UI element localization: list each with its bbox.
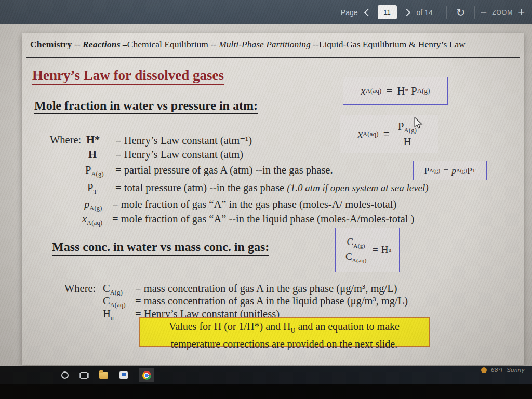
- definition-h-star: = Henry’s Law constant (atm⁻¹): [115, 134, 252, 147]
- definition-c-a-g: = mass concentration of gas A in the gas…: [135, 283, 397, 295]
- highlight-note: Values for H (or 1/H*) and HU and an equ…: [139, 317, 430, 347]
- pdf-page: Chemistry -- Reactions –Chemical Equilib…: [22, 33, 524, 365]
- symbol-small-p-a-g: pA(g): [84, 198, 102, 212]
- toolbar-divider: [446, 6, 447, 19]
- symbol-c-a-g: CA(g): [103, 283, 123, 297]
- mouse-cursor: [414, 117, 423, 129]
- zoom-label: ZOOM: [492, 9, 513, 16]
- definition-p-t: = total pressure (atm) --in the gas phas…: [115, 182, 429, 194]
- weather-text: 68°F Sunny: [491, 367, 525, 373]
- page-number-input[interactable]: [378, 5, 397, 19]
- slide-title: Henry’s Law for dissolved gases: [32, 68, 224, 85]
- monitor-bezel: [0, 384, 532, 399]
- equation-partial-pressure: PA(g) = pA(g) PT: [413, 161, 487, 180]
- equation-mass-conc-ratio: CA(g) CA(aq) = Hu: [335, 228, 400, 272]
- symbol-h-u: Hu: [103, 308, 114, 322]
- symbol-x-a-aq: xA(aq): [82, 213, 102, 227]
- where-label-2: Where:: [64, 283, 96, 295]
- definition-c-a-aq: = mass concentration of gas A in the liq…: [135, 295, 408, 307]
- page-count-label: of 14: [417, 8, 433, 17]
- toolbar-divider: [474, 6, 475, 19]
- header-double-rule: [26, 57, 520, 59]
- symbol-h-star: H*: [86, 134, 100, 146]
- symbol-c-a-aq: CA(aq): [103, 295, 126, 309]
- symbol-p-a-g: PA(g): [85, 164, 104, 178]
- section-heading-mole-fraction: Mole fraction in water vs pressure in at…: [34, 99, 258, 114]
- pdf-toolbar: Page of 14 ↻ − ZOOM +: [0, 0, 532, 24]
- symbol-h: H: [88, 149, 97, 161]
- task-view-icon[interactable]: [80, 372, 88, 379]
- chrome-icon: [142, 371, 151, 380]
- store-app-icon[interactable]: [119, 371, 128, 379]
- symbol-p-t: PT: [87, 182, 97, 196]
- definition-h: = Henry’s Law constant (atm): [115, 149, 243, 161]
- rotate-icon[interactable]: ↻: [456, 7, 466, 18]
- equation-mole-fraction-ratio: xA(aq) = PA(g) H: [340, 115, 438, 153]
- windows-taskbar: 68°F Sunny: [0, 366, 532, 384]
- chrome-taskbar-button[interactable]: [139, 368, 154, 382]
- equation-henrys-law: xA(aq) = H* PA(g): [343, 77, 448, 105]
- weather-widget[interactable]: 68°F Sunny: [481, 367, 525, 373]
- next-page-icon[interactable]: [403, 8, 410, 16]
- monitor-screen: Page of 14 ↻ − ZOOM + Chemistry -- React…: [0, 0, 532, 399]
- section-heading-mass-conc: Mass conc. in water vs mass conc. in gas…: [52, 240, 269, 256]
- cortana-icon[interactable]: [61, 371, 69, 379]
- previous-page-icon[interactable]: [364, 8, 371, 16]
- definition-x-a-aq: = mole fraction of gas “A” --in the liqu…: [112, 213, 414, 225]
- page-label: Page: [341, 8, 358, 17]
- slide-header: Chemistry -- Reactions –Chemical Equilib…: [30, 39, 518, 50]
- where-label-1: Where:: [50, 134, 81, 146]
- zoom-in-button[interactable]: +: [518, 7, 525, 18]
- sun-icon: [481, 367, 487, 373]
- file-explorer-icon[interactable]: [99, 372, 108, 379]
- definition-p-a-g: = partial pressure of gas A (atm) --in t…: [115, 164, 333, 176]
- definition-small-p-a-g: = mole fraction of gas “A” in the gas ph…: [112, 198, 396, 210]
- zoom-out-button[interactable]: −: [480, 7, 487, 18]
